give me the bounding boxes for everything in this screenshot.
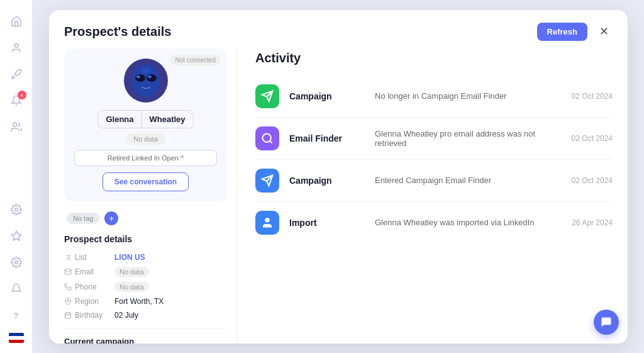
svg-point-0 — [14, 43, 18, 47]
activity-item-1: Campaign No longer in Campaign Email Fin… — [255, 76, 613, 118]
detail-list: List LION US — [64, 250, 227, 264]
activity-name-1: Campaign — [289, 91, 365, 101]
sidebar-icon-person[interactable] — [5, 36, 28, 59]
sidebar-icon-bell[interactable]: 4 — [5, 89, 28, 112]
sidebar: 4 ? — [0, 0, 33, 353]
sidebar-icon-team[interactable] — [5, 116, 28, 138]
alien-avatar — [127, 62, 165, 99]
activity-desc-2: Glenna Wheatley pro email address was no… — [375, 129, 562, 148]
sidebar-icon-gear[interactable] — [5, 198, 28, 221]
activity-date-2: 02 Oct 2024 — [572, 134, 613, 143]
svg-marker-3 — [11, 232, 21, 240]
region-value: Fort Worth, TX — [114, 297, 164, 306]
svg-point-6 — [135, 74, 145, 82]
sidebar-flag — [9, 333, 24, 343]
refresh-button[interactable]: Refresh — [537, 23, 587, 41]
right-panel: Activity Campaign No longer in Campaign … — [238, 48, 628, 344]
detail-birthday-label: Birthday — [64, 311, 114, 320]
avatar — [124, 59, 168, 103]
svg-point-8 — [136, 76, 140, 78]
svg-point-10 — [141, 68, 151, 73]
activity-name-4: Import — [289, 218, 365, 228]
prospect-details-title: Prospect details — [64, 234, 227, 244]
last-name: Wheatley — [142, 111, 193, 128]
activity-icon-email — [255, 126, 279, 150]
current-campaign-title: Current campaign — [64, 337, 134, 344]
sidebar-icon-settings2[interactable] — [5, 251, 28, 274]
sidebar-icon-home[interactable] — [5, 10, 28, 33]
main-area: Prospect's details Refresh ✕ Not connect… — [33, 0, 644, 353]
detail-region-label: Region — [64, 297, 114, 306]
svg-point-9 — [148, 76, 152, 78]
no-data-badge: No data — [126, 133, 165, 145]
activity-date-3: 02 Oct 2024 — [572, 176, 613, 185]
birthday-value: 02 July — [114, 311, 138, 320]
svg-point-29 — [265, 218, 270, 222]
svg-point-4 — [14, 261, 18, 264]
email-value: No data — [114, 267, 149, 277]
activity-date-4: 26 Apr 2024 — [572, 218, 613, 227]
activity-name-3: Campaign — [289, 176, 365, 186]
activity-desc-3: Entered Campaign Email Finder — [375, 176, 562, 185]
modal-title: Prospect's details — [64, 25, 171, 39]
svg-line-26 — [270, 140, 272, 143]
activity-item-4: Import Glenna Wheatley was imported via … — [255, 202, 613, 244]
detail-phone-label: Phone — [64, 283, 114, 291]
current-campaign-section: Current campaign — [64, 328, 227, 344]
detail-list-label: List — [64, 253, 114, 262]
sidebar-icon-rocket[interactable] — [5, 63, 28, 86]
detail-email: Email No data — [64, 264, 227, 279]
activity-name-2: Email Finder — [289, 133, 365, 143]
svg-point-18 — [67, 300, 69, 301]
sidebar-icon-help[interactable]: ? — [5, 304, 28, 327]
detail-region: Region Fort Worth, TX — [64, 294, 227, 308]
phone-label-text: Phone — [75, 283, 97, 291]
notification-badge: 4 — [18, 91, 26, 99]
sidebar-icon-notification2[interactable] — [5, 277, 28, 300]
tag-badge: No tag — [67, 213, 99, 224]
activity-title: Activity — [255, 48, 613, 65]
birthday-label-text: Birthday — [75, 311, 103, 320]
left-panel: Not connected — [49, 48, 238, 344]
activity-item-3: Campaign Entered Campaign Email Finder 0… — [255, 160, 613, 202]
see-conversation-button[interactable]: See conversation — [103, 172, 189, 191]
sidebar-icon-crown[interactable] — [5, 225, 28, 247]
modal-header: Prospect's details Refresh ✕ — [49, 10, 628, 48]
tag-row: No tag + — [64, 211, 227, 225]
close-button[interactable]: ✕ — [595, 23, 613, 40]
phone-value: No data — [114, 282, 149, 292]
list-value[interactable]: LION US — [114, 253, 145, 262]
chat-bubble[interactable] — [594, 310, 619, 335]
linkedin-field[interactable]: Retired Linked In Open ^ — [74, 150, 217, 166]
region-label-text: Region — [75, 297, 99, 306]
detail-phone: Phone No data — [64, 279, 227, 294]
activity-item-2: Email Finder Glenna Wheatley pro email a… — [255, 118, 613, 160]
profile-card: Not connected — [64, 48, 227, 201]
detail-email-label: Email — [64, 267, 114, 276]
prospect-modal: Prospect's details Refresh ✕ Not connect… — [49, 10, 628, 344]
not-connected-badge: Not connected — [170, 55, 221, 65]
modal-header-right: Refresh ✕ — [537, 23, 613, 41]
svg-point-1 — [13, 123, 16, 126]
svg-point-7 — [147, 74, 157, 82]
activity-desc-4: Glenna Wheatley was imported via LinkedI… — [375, 218, 562, 227]
modal-body: Not connected — [49, 48, 628, 344]
add-tag-button[interactable]: + — [104, 211, 118, 225]
svg-point-2 — [14, 208, 18, 211]
activity-icon-campaign2 — [255, 169, 279, 193]
detail-birthday: Birthday 02 July — [64, 308, 227, 322]
email-label-text: Email — [75, 267, 94, 276]
activity-date-1: 02 Oct 2024 — [572, 92, 613, 101]
svg-point-25 — [263, 133, 271, 142]
activity-icon-campaign1 — [255, 84, 279, 108]
activity-desc-1: No longer in Campaign Email Finder — [375, 91, 562, 101]
name-row: Glenna Wheatley — [97, 110, 193, 128]
list-label-text: List — [75, 253, 87, 262]
activity-icon-import — [255, 211, 279, 235]
first-name: Glenna — [98, 111, 142, 128]
svg-rect-19 — [65, 313, 71, 318]
